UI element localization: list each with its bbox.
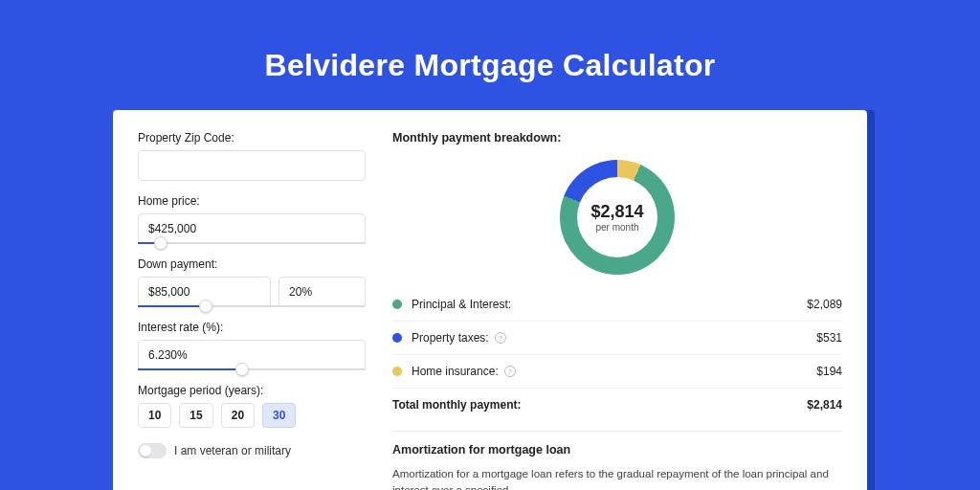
down-payment-slider-thumb[interactable] xyxy=(199,300,212,313)
home-price-input[interactable] xyxy=(138,213,366,244)
home-price-field: Home price: xyxy=(138,194,366,244)
row-label: Property taxes: ? xyxy=(412,331,816,345)
interest-slider[interactable] xyxy=(138,368,366,370)
row-value: $2,089 xyxy=(807,298,842,311)
donut-sub: per month xyxy=(595,222,638,233)
row-total: Total monthly payment: $2,814 xyxy=(392,389,842,427)
period-option-20[interactable]: 20 xyxy=(221,403,255,428)
total-label: Total monthly payment: xyxy=(392,398,521,412)
info-icon[interactable]: ? xyxy=(504,366,516,377)
interest-label: Interest rate (%): xyxy=(138,321,366,334)
row-principal: Principal & Interest: $2,089 xyxy=(392,288,842,322)
period-field: Mortgage period (years): 10 15 20 30 xyxy=(138,384,366,428)
amortization-text: Amortization for a mortgage loan refers … xyxy=(392,466,842,490)
veteran-toggle[interactable] xyxy=(138,443,167,458)
down-payment-field: Down payment: xyxy=(138,257,366,307)
down-payment-slider[interactable] xyxy=(138,305,366,307)
donut-center: $2,814 per month xyxy=(577,177,657,257)
period-option-15[interactable]: 15 xyxy=(179,403,212,428)
amortization-title: Amortization for mortgage loan xyxy=(392,431,842,457)
breakdown-title: Monthly payment breakdown: xyxy=(392,131,842,145)
row-insurance: Home insurance: ? $194 xyxy=(392,355,842,389)
veteran-label: I am veteran or military xyxy=(174,444,291,457)
zip-label: Property Zip Code: xyxy=(138,131,366,145)
total-value: $2,814 xyxy=(807,398,842,412)
page-title: Belvidere Mortgage Calculator xyxy=(0,0,980,110)
row-taxes: Property taxes: ? $531 xyxy=(392,322,842,355)
home-price-slider[interactable] xyxy=(138,242,366,244)
interest-input[interactable] xyxy=(138,340,366,370)
row-label-text: Home insurance: xyxy=(412,365,499,378)
down-payment-slider-fill xyxy=(138,305,206,307)
row-label: Principal & Interest: xyxy=(412,298,807,311)
down-payment-pct-input[interactable] xyxy=(278,277,366,307)
interest-slider-thumb[interactable] xyxy=(235,363,249,376)
input-panel: Property Zip Code: Home price: Down paym… xyxy=(138,131,366,490)
calculator-card: Property Zip Code: Home price: Down paym… xyxy=(113,110,867,490)
down-payment-label: Down payment: xyxy=(138,257,366,271)
dot-icon xyxy=(392,367,402,376)
dot-icon xyxy=(392,300,402,309)
row-label-text: Principal & Interest: xyxy=(412,298,511,311)
interest-slider-fill xyxy=(138,368,242,370)
row-label-text: Property taxes: xyxy=(412,331,489,345)
zip-input[interactable] xyxy=(138,150,366,181)
interest-field: Interest rate (%): xyxy=(138,321,366,370)
donut-chart-wrap: $2,814 per month xyxy=(392,156,842,288)
period-option-10[interactable]: 10 xyxy=(138,403,171,428)
row-value: $194 xyxy=(816,365,842,378)
period-options: 10 15 20 30 xyxy=(138,403,366,428)
period-option-30[interactable]: 30 xyxy=(262,403,296,428)
dot-icon xyxy=(392,333,402,343)
row-label: Home insurance: ? xyxy=(412,365,816,378)
zip-field: Property Zip Code: xyxy=(138,131,366,181)
donut-amount: $2,814 xyxy=(590,202,643,222)
home-price-slider-thumb[interactable] xyxy=(154,236,167,250)
row-value: $531 xyxy=(816,331,842,345)
donut-chart: $2,814 per month xyxy=(560,160,675,275)
home-price-label: Home price: xyxy=(138,194,366,208)
veteran-row: I am veteran or military xyxy=(138,443,366,458)
breakdown-panel: Monthly payment breakdown: $2,814 per mo… xyxy=(392,131,842,490)
info-icon[interactable]: ? xyxy=(495,332,506,344)
period-label: Mortgage period (years): xyxy=(138,384,366,397)
